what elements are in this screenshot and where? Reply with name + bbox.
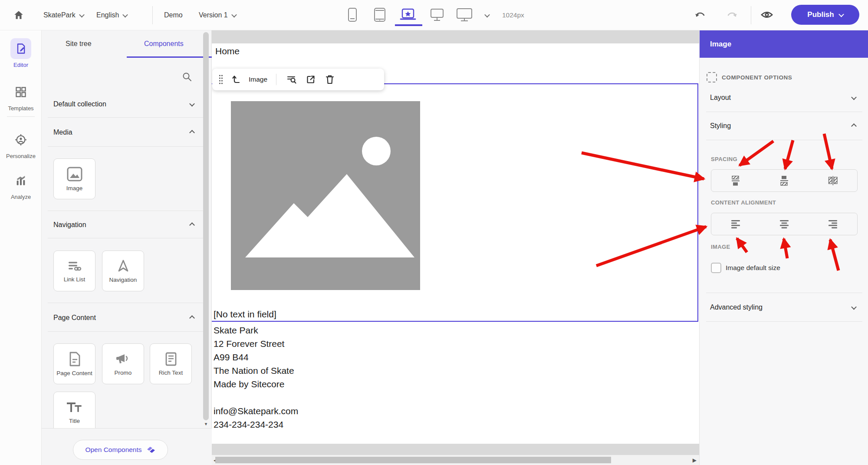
link-list-icon — [66, 259, 83, 273]
device-phone-button[interactable] — [343, 6, 362, 23]
chevron-down-icon — [838, 11, 844, 17]
component-card-page-content[interactable]: Page Content — [53, 343, 95, 384]
version-label: Version 1 — [199, 11, 228, 19]
version-switcher[interactable]: Version 1 — [199, 0, 236, 30]
content-details-button[interactable] — [285, 73, 298, 86]
page-name: Demo — [164, 0, 183, 30]
device-tablet-button[interactable] — [370, 6, 389, 23]
spacing-horizontal-button[interactable] — [809, 170, 857, 191]
align-center-button[interactable] — [760, 213, 809, 235]
panel-divider — [706, 293, 862, 293]
panel-header: Image — [700, 30, 868, 58]
publish-button[interactable]: Publish — [791, 5, 859, 25]
breakpoint-dropdown[interactable] — [485, 0, 489, 30]
tab-site-tree[interactable]: Site tree — [66, 40, 92, 48]
rail-item-editor[interactable]: Editor — [0, 38, 42, 68]
device-laptop-button[interactable] — [398, 6, 418, 23]
selected-component-label: Image — [249, 76, 267, 83]
rail-item-templates[interactable]: Templates — [0, 82, 42, 112]
undo-icon — [694, 10, 706, 20]
page-title[interactable]: Home — [215, 46, 240, 56]
open-item-button[interactable] — [304, 73, 317, 86]
language-label: English — [96, 11, 119, 19]
scroll-down-arrow[interactable]: ▾ — [203, 421, 209, 427]
text-line[interactable]: 234-234-234-234 — [214, 418, 298, 431]
viewport-width-value: 1024px — [502, 0, 524, 30]
chevron-down-icon — [123, 12, 128, 17]
chevron-down-icon — [484, 12, 490, 17]
chevron-down-icon — [851, 94, 857, 100]
rail-item-analyze[interactable]: Analyze — [0, 170, 42, 200]
page-content-icon — [68, 351, 82, 367]
spacing-top-button[interactable] — [711, 170, 760, 191]
component-outline-icon — [707, 72, 717, 82]
device-desktop-button[interactable] — [427, 6, 447, 23]
rich-text-block[interactable]: Skate Park 12 Forever Street A99 B44 The… — [214, 323, 298, 431]
tab-components[interactable]: Components — [144, 40, 184, 48]
options-header: COMPONENT OPTIONS — [722, 74, 792, 81]
text-line[interactable]: Made by Sitecore — [214, 377, 298, 391]
scroll-right-arrow[interactable]: ▶ — [693, 457, 697, 463]
align-right-button[interactable] — [809, 213, 857, 235]
select-parent-button[interactable] — [230, 73, 243, 86]
section-media[interactable]: Media — [53, 123, 194, 142]
monitor-icon — [430, 8, 444, 22]
open-external-icon — [306, 75, 316, 84]
chevron-up-icon — [189, 315, 195, 321]
component-options-panel: Image COMPONENT OPTIONS Layout Styling S… — [699, 30, 868, 465]
page-surface[interactable]: Home Demo [No text in field] Skate Park … — [212, 43, 699, 444]
alignment-label: CONTENT ALIGNMENT — [711, 199, 776, 206]
open-components-button[interactable]: Open Components — [73, 440, 168, 460]
components-logo-icon — [146, 446, 156, 454]
image-section-label: IMAGE — [711, 244, 730, 250]
component-card-rich-text[interactable]: Rich Text — [150, 343, 192, 384]
text-line[interactable]: The Nation of Skate — [214, 364, 298, 377]
rail-item-personalize[interactable]: Personalize — [0, 129, 42, 159]
accordion-styling[interactable]: Styling — [710, 116, 856, 135]
component-card-promo[interactable]: Promo — [102, 343, 144, 384]
align-left-button[interactable] — [711, 213, 760, 235]
language-switcher[interactable]: English — [96, 0, 127, 30]
spacing-bottom-button[interactable] — [760, 170, 809, 191]
redo-button[interactable] — [726, 9, 739, 22]
undo-button[interactable] — [694, 9, 707, 22]
section-page-content[interactable]: Page Content — [53, 308, 194, 327]
device-large-desktop-button[interactable] — [455, 6, 474, 23]
empty-field-placeholder[interactable]: [No text in field] — [214, 309, 276, 320]
margin-bottom-icon — [779, 175, 789, 186]
personalize-icon — [10, 129, 31, 150]
section-default-collection[interactable]: Default collection — [53, 95, 194, 114]
component-card-navigation[interactable]: Navigation — [102, 251, 144, 291]
drag-handle-icon[interactable] — [218, 74, 224, 85]
component-card-image[interactable]: Image — [53, 158, 95, 199]
accordion-advanced-styling[interactable]: Advanced styling — [710, 298, 856, 317]
text-line[interactable]: Skate Park — [214, 323, 298, 337]
accordion-layout[interactable]: Layout — [710, 88, 856, 107]
horizontal-scrollbar[interactable]: ◀ ▶ — [212, 455, 699, 465]
image-placeholder[interactable] — [231, 101, 420, 290]
preview-button[interactable] — [760, 8, 773, 21]
chevron-down-icon — [79, 12, 85, 17]
delete-component-button[interactable] — [323, 73, 336, 86]
arrow-up-left-icon — [231, 75, 241, 84]
panel-footer: Open Components — [42, 428, 212, 465]
text-line[interactable]: info@Skatepark.com — [214, 404, 298, 418]
site-switcher[interactable]: SkatePark — [43, 0, 84, 30]
toolbar-divider — [276, 74, 276, 85]
image-default-size-checkbox[interactable] — [711, 263, 721, 273]
section-navigation[interactable]: Navigation — [53, 215, 194, 234]
panel-divider — [48, 303, 206, 303]
top-bar: SkatePark English Demo Version 1 — [0, 0, 868, 30]
rail-label: Templates — [0, 105, 42, 112]
component-card-link-list[interactable]: Link List — [53, 251, 95, 291]
search-button[interactable] — [181, 70, 194, 83]
panel-scrollbar-thumb[interactable] — [203, 32, 209, 420]
home-button[interactable] — [13, 0, 24, 30]
text-line[interactable] — [214, 391, 298, 404]
trash-icon — [325, 74, 335, 85]
text-line[interactable]: A99 B44 — [214, 350, 298, 364]
chevron-up-icon — [189, 222, 195, 228]
horizontal-scrollbar-thumb[interactable] — [215, 457, 611, 463]
component-card-title[interactable]: Title — [53, 392, 95, 432]
text-line[interactable]: 12 Forever Street — [214, 337, 298, 350]
